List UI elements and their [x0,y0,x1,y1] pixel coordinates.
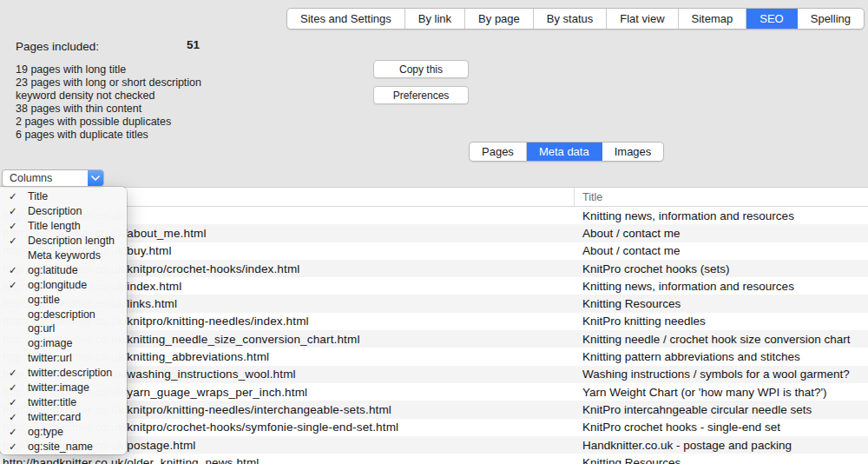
table-row[interactable]: http://handknitter.co.uk/index.htmlKnitt… [0,277,868,295]
tab-sitemap[interactable]: Sitemap [679,9,747,29]
summary-line-description: 23 pages with long or short description [16,76,201,89]
menu-item-twitter-description[interactable]: ✓twitter:description [0,366,127,381]
menu-item-twitter-url[interactable]: twitter:url [0,351,127,366]
title-cell: Knitting Resources [582,454,681,464]
title-cell: Knitting news, information and resources [582,277,794,295]
title-cell: KnitPro knitting needles [582,313,706,330]
tab-seo[interactable]: SEO [746,9,797,29]
checkmark-icon: ✓ [9,264,22,276]
summary-line-duplicate-titles: 6 pages with duplicate titles [16,129,201,142]
table-row[interactable]: http://handknitter.co.uk/buy.htmlAbout /… [0,242,868,260]
tab-spelling[interactable]: Spelling [798,9,864,29]
title-cell: Handknitter.co.uk - postage and packing [582,436,792,454]
menu-item-og-type[interactable]: ✓og:type [0,424,127,439]
checkmark-icon: ✓ [9,441,22,453]
columns-popup-label: Columns [3,172,88,184]
summary-line-long-title: 19 pages with long title [16,63,201,76]
copy-this-button[interactable]: Copy this [373,60,469,78]
menu-item-title-length[interactable]: ✓Title length [0,219,127,234]
checkmark-icon: ✓ [9,396,22,408]
table-row[interactable]: http://handknitter.co.uk/knitpro/crochet… [0,419,868,436]
title-cell: KnitPro crochet hooks (sets) [582,260,730,277]
column-separator[interactable] [574,188,575,206]
menu-item-og-description[interactable]: og:description [0,307,127,321]
meta-data-table: Title http://handknitter.co.ukKnitting n… [0,187,868,464]
tab-images[interactable]: Images [602,143,664,161]
checkmark-icon: ✓ [9,367,22,379]
table-row[interactable]: http://handknitter.co.uk/links.htmlKnitt… [0,295,868,312]
table-row[interactable]: http://handknitter.co.uk/postage.htmlHan… [0,436,868,454]
title-cell: Knitting Resources [582,295,681,312]
title-cell: Knitting needle / crochet hook size conv… [582,330,850,348]
tab-meta-data[interactable]: Meta data [527,143,602,161]
checkmark-icon: ✓ [9,205,22,217]
tab-by-status[interactable]: By status [534,9,607,29]
menu-item-description-length[interactable]: ✓Description length [0,234,127,249]
summary-line-keyword-density: keyword density not checked [16,89,201,103]
table-row[interactable]: http://handknitter.co.uk/about_me.htmlAb… [0,224,868,242]
title-cell: About / contact me [582,224,681,242]
summary-line-possible-duplicates: 2 pages with possible duplicates [16,116,201,129]
table-row[interactable]: http://handknitter.co.uk/washing_instruc… [0,366,868,383]
url-cell: http://handknitter.co.uk/older_knitting_… [3,454,260,464]
menu-item-og-title[interactable]: og:title [0,292,127,307]
checkmark-icon: ✓ [9,235,22,247]
table-row[interactable]: http://handknitter.co.uk/knitpro/knittin… [0,313,868,330]
summary-line-thin-content: 38 pages with thin content [16,103,201,116]
columns-dropdown-menu: ✓Title ✓Description ✓Title length ✓Descr… [0,187,127,454]
seo-summary: Pages included: 51 19 pages with long ti… [16,38,201,142]
table-row[interactable]: http://handknitter.co.uk/older_knitting_… [0,454,868,464]
tab-flat-view[interactable]: Flat view [607,9,678,29]
tab-by-page[interactable]: By page [465,9,534,29]
checkmark-icon: ✓ [9,381,22,394]
columns-popup-button[interactable]: Columns [2,169,104,187]
title-cell: KnitPro crochet hooks - single-end set [582,419,780,436]
table-header: Title [0,188,868,207]
menu-item-og-latitude[interactable]: ✓og:latitude [0,262,127,277]
checkmark-icon: ✓ [9,190,22,202]
view-tab-bar: Pages Meta data Images [469,142,664,162]
chevron-down-icon [88,170,103,186]
checkmark-icon: ✓ [9,426,22,438]
menu-item-og-image[interactable]: og:image [0,336,127,351]
table-row[interactable]: http://handknitter.co.uk/knitpro/crochet… [0,260,868,277]
table-row[interactable]: http://handknitter.co.uk/yarn_guage_wrap… [0,383,868,401]
checkmark-icon: ✓ [9,411,22,423]
title-cell: Yarn Weight Chart (or 'how many WPI is t… [582,383,827,401]
title-cell: KnitPro intercahngeable circular needle … [582,401,812,418]
title-cell: About / contact me [582,242,681,260]
menu-item-twitter-card[interactable]: ✓twitter:card [0,409,127,424]
menu-item-twitter-image[interactable]: ✓twitter:image [0,381,127,395]
menu-item-og-url[interactable]: og:url [0,321,127,336]
title-cell: Washing instructions / symbols for a woo… [582,366,850,383]
menu-item-og-site-name[interactable]: ✓og:site_name [0,439,127,454]
table-row[interactable]: http://handknitter.co.uk/knitting_needle… [0,330,868,348]
title-cell: Knitting news, information and resources [582,207,794,224]
tab-pages[interactable]: Pages [470,143,527,161]
menu-item-meta-keywords[interactable]: Meta keywords [0,249,127,263]
menu-item-description[interactable]: ✓Description [0,204,127,219]
menu-item-title[interactable]: ✓Title [0,189,127,204]
table-row[interactable]: http://handknitter.co.uk/knitting_abbrev… [0,348,868,365]
pages-included-value: 51 [187,38,200,51]
table-row[interactable]: http://handknitter.co.uk/knitpro/knittin… [0,401,868,418]
tab-sites-and-settings[interactable]: Sites and Settings [287,9,405,29]
table-row[interactable]: http://handknitter.co.ukKnitting news, i… [0,207,868,224]
title-cell: Knitting pattern abbreviations and stitc… [582,348,800,365]
pages-included-label: Pages included: [16,40,99,53]
tab-by-link[interactable]: By link [405,9,465,29]
menu-item-og-longitude[interactable]: ✓og:longitude [0,277,127,292]
menu-item-twitter-title[interactable]: ✓twitter:title [0,394,127,409]
checkmark-icon: ✓ [9,279,22,291]
toolbar-tab-bar: Sites and Settings By link By page By st… [286,8,865,30]
preferences-button[interactable]: Preferences [373,86,469,104]
title-column-header[interactable]: Title [582,188,602,206]
checkmark-icon: ✓ [9,220,22,232]
